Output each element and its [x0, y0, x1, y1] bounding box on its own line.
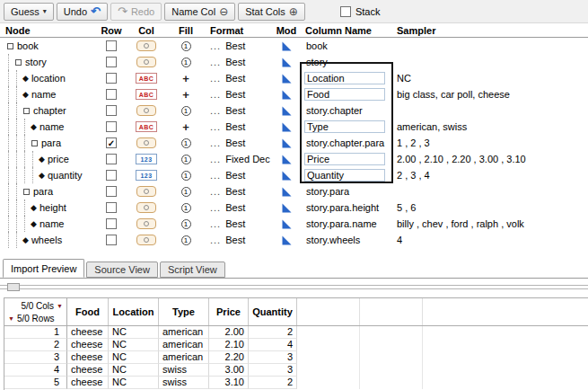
- tab-source-view[interactable]: Source View: [86, 261, 158, 278]
- modeling-type-icon[interactable]: [282, 235, 292, 245]
- fill-one-icon[interactable]: 1: [181, 58, 191, 67]
- row-checkbox[interactable]: [106, 57, 117, 67]
- column-header-price[interactable]: Price: [209, 298, 249, 325]
- rows-menu-button[interactable]: ▼ 5/0 Rows: [8, 314, 55, 324]
- excluded-column-icon[interactable]: [136, 40, 156, 51]
- column-name-input[interactable]: [304, 153, 385, 165]
- row-checkbox[interactable]: [106, 121, 117, 132]
- guess-button[interactable]: Guess ▾: [4, 3, 54, 21]
- row-checkbox[interactable]: [106, 170, 117, 181]
- row-checkbox[interactable]: [106, 105, 117, 116]
- stack-checkbox[interactable]: [340, 6, 351, 17]
- row-number-cell[interactable]: 3: [4, 351, 67, 364]
- format-options-button[interactable]: ...: [210, 89, 221, 100]
- excluded-column-icon[interactable]: [136, 202, 156, 213]
- modeling-type-icon[interactable]: [282, 122, 292, 132]
- format-options-button[interactable]: ...: [210, 40, 221, 51]
- fill-one-icon[interactable]: 1: [181, 106, 191, 116]
- row-checkbox[interactable]: [106, 40, 117, 51]
- modeling-type-icon[interactable]: [282, 74, 292, 84]
- format-options-button[interactable]: ...: [210, 121, 221, 132]
- format-options-button[interactable]: ...: [210, 235, 221, 245]
- numeric-column-icon[interactable]: 123: [136, 154, 157, 164]
- row-checkbox[interactable]: [106, 235, 117, 245]
- column-header-food[interactable]: Food: [67, 298, 109, 325]
- undo-button[interactable]: Undo ↶: [57, 3, 108, 21]
- column-name-cell: story.chapter: [302, 105, 393, 116]
- character-column-icon[interactable]: ABC: [136, 73, 157, 84]
- fill-one-icon[interactable]: 1: [181, 41, 191, 51]
- column-name-input[interactable]: [304, 120, 385, 133]
- column-header-type[interactable]: Type: [159, 298, 209, 325]
- column-name-text: story.para.name: [302, 218, 377, 229]
- redo-button[interactable]: ↷ Redo: [110, 3, 162, 21]
- row-checkbox[interactable]: ✓: [106, 137, 117, 148]
- col-cell: [126, 202, 167, 213]
- fill-one-icon[interactable]: 1: [181, 155, 191, 164]
- excluded-column-icon[interactable]: [136, 186, 156, 197]
- fill-one-icon[interactable]: 1: [181, 219, 191, 229]
- excluded-column-icon[interactable]: [136, 57, 156, 67]
- row-number-cell[interactable]: 4: [4, 364, 67, 377]
- fill-one-icon[interactable]: 1: [181, 138, 191, 148]
- modeling-type-icon[interactable]: [282, 187, 292, 197]
- row-checkbox[interactable]: [106, 154, 117, 164]
- modeling-type-icon[interactable]: [282, 219, 292, 229]
- format-options-button[interactable]: ...: [210, 218, 221, 229]
- row-number-cell[interactable]: 2: [4, 339, 67, 351]
- modeling-type-icon[interactable]: [282, 58, 292, 67]
- tab-script-view[interactable]: Script View: [160, 261, 225, 278]
- fill-one-icon[interactable]: 1: [181, 203, 191, 213]
- excluded-column-icon[interactable]: [136, 137, 156, 148]
- column-name-input[interactable]: [304, 169, 385, 182]
- fill-plus-icon[interactable]: +: [182, 90, 189, 100]
- modeling-type-icon[interactable]: [282, 171, 292, 181]
- excluded-column-icon[interactable]: [136, 235, 156, 245]
- excluded-column-icon[interactable]: [136, 105, 156, 116]
- row-number-cell[interactable]: 5: [4, 377, 67, 389]
- modeling-type-icon[interactable]: [282, 138, 292, 148]
- column-name-input[interactable]: [304, 88, 385, 101]
- sampler-cell: 2.00 , 2.10 , 2.20 , 3.00 , 3.10: [393, 154, 588, 164]
- modeling-type-icon[interactable]: [282, 106, 292, 116]
- row-checkbox[interactable]: [106, 218, 117, 229]
- stat-cols-button[interactable]: Stat Cols ⊕: [238, 3, 305, 21]
- modeling-type-icon[interactable]: [282, 155, 292, 164]
- columns-menu-button[interactable]: 5/0 Cols ▼: [21, 301, 63, 311]
- column-name-input[interactable]: [304, 72, 385, 84]
- fill-one-icon[interactable]: 1: [181, 171, 191, 181]
- modeling-type-icon[interactable]: [282, 90, 292, 100]
- modeling-type-icon[interactable]: [282, 41, 292, 51]
- fill-one-icon[interactable]: 1: [181, 235, 191, 245]
- character-column-icon[interactable]: ABC: [136, 121, 157, 132]
- tree-row: ◆wheels1...Beststory.wheels4: [0, 232, 588, 248]
- row-checkbox[interactable]: [106, 89, 117, 100]
- fill-plus-icon[interactable]: +: [182, 74, 189, 84]
- col-cell: ABC: [126, 89, 167, 100]
- numeric-column-icon[interactable]: 123: [136, 170, 157, 181]
- format-options-button[interactable]: ...: [210, 186, 221, 197]
- modeling-type-icon[interactable]: [282, 203, 292, 213]
- format-options-button[interactable]: ...: [210, 57, 221, 67]
- excluded-column-icon[interactable]: [136, 218, 156, 229]
- row-number-cell[interactable]: 1: [4, 326, 67, 339]
- format-options-button[interactable]: ...: [210, 154, 221, 164]
- column-header-quantity[interactable]: Quantity: [249, 298, 297, 325]
- splitter-handle[interactable]: [0, 278, 588, 297]
- row-checkbox[interactable]: [106, 202, 117, 213]
- row-checkbox[interactable]: [106, 186, 117, 197]
- character-column-icon[interactable]: ABC: [136, 89, 157, 100]
- format-options-button[interactable]: ...: [210, 170, 221, 181]
- fill-plus-icon[interactable]: +: [182, 122, 189, 132]
- format-options-button[interactable]: ...: [210, 137, 221, 148]
- column-header-location[interactable]: Location: [109, 298, 159, 325]
- tab-import-preview[interactable]: Import Preview: [3, 259, 84, 278]
- format-options-button[interactable]: ...: [210, 202, 221, 213]
- preview-cell: 2: [249, 326, 297, 339]
- fill-one-icon[interactable]: 1: [181, 187, 191, 197]
- format-options-button[interactable]: ...: [210, 105, 221, 116]
- name-col-button[interactable]: Name Col ⊖: [164, 3, 235, 21]
- row-checkbox[interactable]: [106, 73, 117, 84]
- tree-guide-line: [8, 151, 13, 167]
- format-options-button[interactable]: ...: [210, 73, 221, 84]
